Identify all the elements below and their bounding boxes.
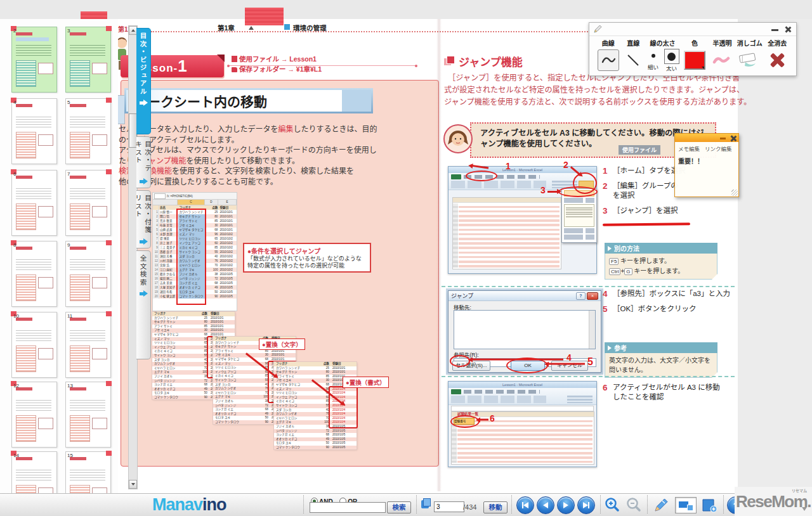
thumbnail-content <box>16 329 51 343</box>
cell: カワムラ シゲオ <box>274 412 313 416</box>
thumbnail-page-6[interactable]: 6 <box>11 170 57 236</box>
pen-mode-button[interactable] <box>652 496 670 516</box>
thickness-thin[interactable]: 細い <box>646 49 660 70</box>
prev-page-button[interactable] <box>537 496 554 514</box>
cell: 76 <box>313 412 331 416</box>
cell: 関口 悟 <box>159 214 179 219</box>
tool-clear-all[interactable]: 全消去 <box>764 38 791 71</box>
cell: 柴田 順二 <box>159 276 179 281</box>
thickness-thick[interactable]: 太い <box>664 49 679 72</box>
layout-mode-button[interactable] <box>675 497 697 513</box>
thumbnail-page-11[interactable]: 11 <box>65 312 111 378</box>
memo-resize-grip[interactable] <box>731 190 738 196</box>
sidebar-tab-1[interactable]: 目次・ビジュアル <box>136 28 151 134</box>
cell: セキグチ サトシ <box>152 320 192 325</box>
cell: 2010/10/4 <box>331 412 357 416</box>
first-page-button[interactable] <box>516 496 534 514</box>
annotation-number-4: 4 <box>566 352 572 363</box>
cell: シバタ ジュンジ <box>213 404 252 408</box>
page-gutter-shadow <box>436 19 442 491</box>
tool-curve[interactable]: 曲線 <box>594 38 622 71</box>
thumbnail-page-9[interactable]: 9 <box>65 241 111 307</box>
cell: 49 <box>252 412 270 416</box>
sheet-row: 13宮原 浩ミヤハラ ヒロシ702010/10/2 <box>153 263 237 268</box>
memo-minimize-icon[interactable] <box>720 138 726 139</box>
thumbnail-page-8[interactable]: 8 <box>11 241 57 307</box>
thumbnail-content <box>16 468 51 482</box>
cell: ミヤハラ ヒロシ <box>152 366 192 371</box>
tool-line[interactable]: 直線 <box>622 38 645 71</box>
cell: 72 <box>192 379 209 384</box>
thumbnail-page-13[interactable]: 13 <box>65 382 111 448</box>
thumbnail-page-4[interactable]: 4 <box>11 98 57 164</box>
search-button[interactable]: 検索 <box>387 501 411 513</box>
step-text: アクティブセルがセル A3 に移動したことを確認 <box>613 383 720 402</box>
memo-titlebar[interactable] <box>675 134 738 142</box>
sidebar-tab-label: 目次・ビジュアル <box>139 32 148 96</box>
color-swatch[interactable] <box>684 51 705 70</box>
memo-link-edit-link[interactable]: リンク編集 <box>705 145 732 152</box>
cell: ミカミ キミコ <box>213 374 252 378</box>
header-cell: フリガナ <box>178 205 205 210</box>
scroll-down-button[interactable] <box>129 480 137 489</box>
page-number-input[interactable] <box>434 501 464 512</box>
thumbnail-page-7[interactable]: 7 <box>65 170 111 236</box>
thumbnail-page-12[interactable]: 12 <box>11 382 57 448</box>
cell: サイトウ ヨシコ <box>178 250 205 254</box>
cell: 70 <box>192 366 209 371</box>
sidebar-tab-label: 目次・付箋リスト <box>134 195 153 235</box>
sidebar-tab-2[interactable]: 目次・テキスト <box>136 136 151 188</box>
pen-toolbar-titlebar[interactable] <box>589 23 796 36</box>
annotation-arrow-5 <box>548 363 585 365</box>
search-input[interactable] <box>310 502 386 513</box>
cell: 70 <box>206 263 219 268</box>
section-divider <box>442 286 735 287</box>
cell: 2010/10/2 <box>219 268 237 272</box>
minimize-icon[interactable] <box>771 29 778 31</box>
cell: モロタ ユキ <box>152 391 192 396</box>
body-text-line: のセルをアクティブセルにします。 <box>119 135 377 146</box>
thumbnail-page-3[interactable]: 3 <box>65 27 111 93</box>
sheet-row: 8井上 敦子イノウエ アツコ602010/10/2 <box>153 241 237 245</box>
go-button[interactable]: 移動 <box>483 501 508 513</box>
memo-body-text[interactable]: 重要！！ <box>675 152 738 165</box>
last-page-button[interactable] <box>577 496 595 514</box>
memo-edit-link[interactable]: メモ編集 <box>678 145 700 152</box>
reference-text: 英文字の入力は、大文字／小文字を問いません。 <box>605 353 717 378</box>
zoom-out-button[interactable] <box>625 496 642 515</box>
scroll-hint-icon[interactable] <box>802 507 807 511</box>
cell: 三上 貴美子 <box>159 245 179 250</box>
memo-close-icon[interactable] <box>730 135 735 141</box>
thumbnail-page-2[interactable]: 2 <box>11 27 57 93</box>
sticky-note-button[interactable] <box>700 496 718 516</box>
thumbnail-content <box>70 32 86 35</box>
save-folder-line: 保存フォルダー → ¥1章¥L1 <box>232 64 322 74</box>
cell: フセ ミユキ <box>178 223 205 228</box>
thumbnail-page-10[interactable]: 10 <box>11 312 57 378</box>
box-arrow-icon <box>608 345 612 351</box>
cell: 宮原 浩 <box>159 263 179 268</box>
tool-translucent[interactable]: 半透明 <box>709 38 736 71</box>
dialog-title: ジャンプ <box>451 292 576 300</box>
thumbnail-page-5[interactable]: 5 <box>65 98 111 164</box>
tool-eraser[interactable]: 消しゴム <box>736 38 763 71</box>
step-text-line: ［ジャンプ］を選択 <box>613 206 678 216</box>
cell: 2010/10/5 <box>331 429 357 434</box>
sidebar-tab-3[interactable]: 目次・付箋リスト <box>136 190 151 248</box>
cell: 90 <box>192 396 209 400</box>
zoom-in-button[interactable] <box>604 496 620 515</box>
next-page-button[interactable] <box>557 496 575 514</box>
cell: 1 <box>153 210 159 214</box>
memo-note[interactable]: メモ編集 リンク編集 重要！！ <box>674 133 739 197</box>
excel-screenshot-phonetic: fx=PHONETIC(B4)CDE氏名フリガナ点数受験日1川原 慎一カワハラ … <box>152 192 237 311</box>
close-icon[interactable] <box>784 26 791 33</box>
cell: 100 <box>192 370 209 375</box>
tool-color[interactable]: 色 <box>681 38 708 71</box>
cell: 68 <box>206 228 219 232</box>
lesson-title: ワークシート内の移動 <box>134 91 267 110</box>
sidebar-tab-4[interactable]: 全文検索 <box>136 250 151 359</box>
header-cell: 点数 <box>192 312 209 316</box>
step-text: ［ジャンプ］を選択 <box>613 206 678 216</box>
cell: 40 <box>313 408 331 413</box>
cell: 2010/10/5 <box>331 437 357 442</box>
